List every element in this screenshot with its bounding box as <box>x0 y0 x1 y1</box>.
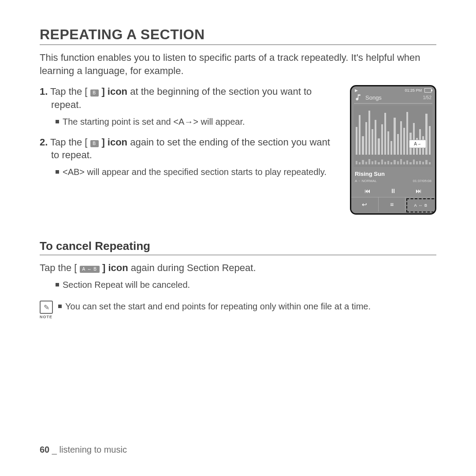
device-play-mode: A→ NORMAL <box>355 179 377 183</box>
device-track-count: 1/52 <box>423 95 431 100</box>
steps-column: 1. Tap the [ A ↔ B ] icon at the beginni… <box>40 85 338 186</box>
note-icon: ✎ NOTE <box>40 301 52 319</box>
device-visualizer: A→ <box>354 105 432 167</box>
ab-repeat-button[interactable]: A ↔ B <box>406 198 434 212</box>
step-2: 2. Tap the [ A ↔ B ] icon again to set t… <box>40 136 338 162</box>
ab-start-marker: A→ <box>409 140 426 148</box>
music-note-icon <box>355 93 363 101</box>
back-button[interactable]: ↩ <box>351 197 379 212</box>
subheading: To cancel Repeating <box>40 239 436 253</box>
next-track-button[interactable]: ⏭ <box>416 187 422 194</box>
menu-button[interactable]: ≡ <box>379 197 406 212</box>
subheading-rule <box>40 255 436 255</box>
step-2-sub: <AB> will appear and the specified secti… <box>40 166 338 178</box>
cancel-sub: Section Repeat will be canceled. <box>40 279 436 291</box>
ab-repeat-icon: A ↔ B <box>80 266 100 273</box>
heading-rule <box>40 45 436 45</box>
pause-button[interactable]: ⏸ <box>390 187 396 194</box>
cancel-step: Tap the [ A ↔ B ] icon again during Sect… <box>40 261 436 275</box>
step-1: 1. Tap the [ A ↔ B ] icon at the beginni… <box>40 85 338 111</box>
page-heading: REPEATING A SECTION <box>40 26 436 43</box>
battery-icon <box>424 88 431 93</box>
note-text: You can set the start and end points for… <box>58 301 371 312</box>
ab-repeat-icon: A ↔ B <box>90 140 99 147</box>
device-time-elapsed: 01:37/05:08 <box>413 179 431 183</box>
prev-track-button[interactable]: ⏮ <box>364 187 371 194</box>
page-footer: 60 _ listening to music <box>40 445 127 455</box>
device-screen-title: Songs <box>365 94 420 101</box>
step-1-sub: The starting point is set and <A→> will … <box>40 116 338 128</box>
device-screenshot: ▶ 01:25 PM Songs 1/52 A→ Rising Sun A→ <box>350 85 436 215</box>
device-clock: 01:25 PM <box>405 88 422 93</box>
device-song-title: Rising Sun <box>351 170 435 178</box>
intro-text: This function enables you to listen to s… <box>40 51 436 77</box>
ab-repeat-icon: A ↔ B <box>90 89 99 97</box>
play-indicator-icon: ▶ <box>355 88 358 93</box>
